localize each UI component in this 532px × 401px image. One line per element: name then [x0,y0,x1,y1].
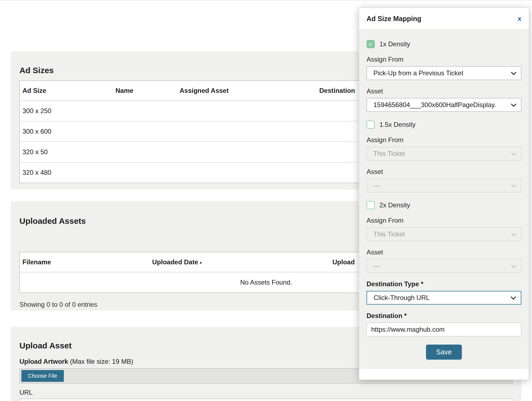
assign-from-label: Assign From [367,136,521,144]
ad-size-mapping-panel: Ad Size Mapping x ✓ 1x Density Assign Fr… [359,8,529,380]
chevron-down-icon [511,263,516,268]
assign-from-label: Assign From [367,55,521,64]
asset-select-1x[interactable]: 1594656804___300x600HalfPageDisplay. [367,98,521,112]
density-2x-checkbox[interactable]: ✓ [367,201,375,209]
panel-footer [359,369,529,380]
column-header-uploaded-date[interactable]: Uploaded Date▲ [150,252,330,272]
density-1x-label: 1x Density [379,40,410,48]
destination-input[interactable] [367,323,521,336]
ad-size-cell: 300 x 600 [20,121,113,142]
page-top-divider [0,0,532,1]
asset-select-1-5x: — [367,179,521,192]
density-1-5x-checkbox[interactable]: ✓ [367,121,375,129]
panel-header: Ad Size Mapping x [359,8,529,30]
asset-label: Asset [367,168,521,176]
asset-select-2x: — [367,259,521,273]
choose-file-button[interactable]: Choose File [21,370,64,382]
asset-label: Asset [367,87,521,95]
column-header-assigned-asset: Assigned Asset [177,81,317,101]
column-header-ad-size: Ad Size [20,81,113,101]
asset-label: Asset [367,248,521,256]
url-input[interactable] [19,399,513,401]
density-row-1x: ✓ 1x Density [367,40,521,48]
sort-ascending-icon: ▲ [199,260,203,264]
assign-from-select-2x: This Ticket [367,227,521,241]
density-row-1-5x: ✓ 1.5x Density [367,121,521,129]
panel-body: ✓ 1x Density Assign From Pick-Up from a … [359,30,529,369]
checkmark-icon: ✓ [368,41,373,47]
column-header-filename: Filename [20,252,150,272]
save-button[interactable]: Save [426,345,462,360]
density-row-2x: ✓ 2x Density [367,201,521,209]
chevron-down-icon [511,294,516,300]
destination-type-select[interactable]: Click-Through URL [367,291,521,305]
assign-from-label: Assign From [367,216,521,225]
destination-type-label: Destination Type * [367,280,521,288]
chevron-down-icon [511,231,516,236]
density-1x-checkbox[interactable]: ✓ [367,40,375,48]
column-header-name: Name [113,81,177,101]
chevron-down-icon [511,101,516,107]
density-1-5x-label: 1.5x Density [379,121,416,128]
density-2x-label: 2x Density [379,201,410,209]
ad-size-cell: 320 x 480 [20,162,113,183]
destination-label: Destination * [367,312,521,320]
chevron-down-icon [511,182,516,187]
ad-size-cell: 320 x 50 [20,142,113,162]
close-icon[interactable]: x [518,15,521,22]
chevron-down-icon [511,70,516,75]
url-label: URL [19,388,521,397]
ad-size-cell: 300 x 250 [20,101,113,121]
assign-from-select-1x[interactable]: Pick-Up from a Previous Ticket [367,66,521,80]
assign-from-select-1-5x: This Ticket [367,147,521,161]
panel-title: Ad Size Mapping [367,15,421,23]
chevron-down-icon [511,150,516,155]
